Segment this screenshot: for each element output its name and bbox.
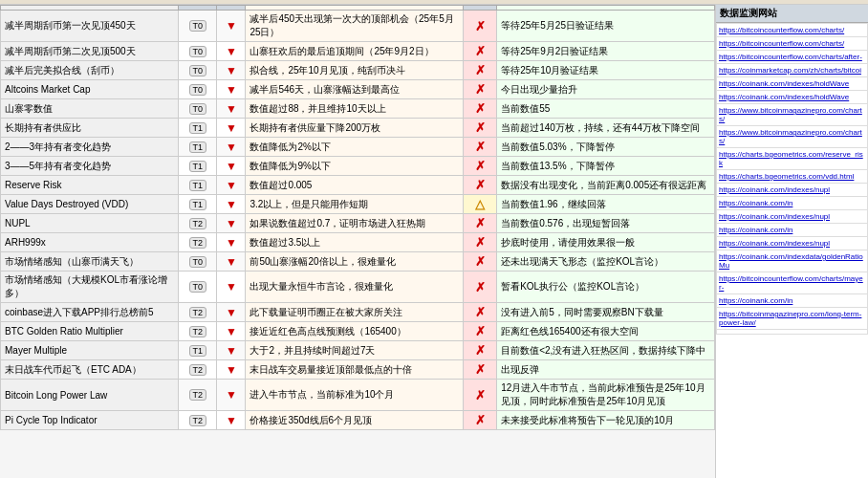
links-column[interactable]: 数据监测网站 https://bitcoincounterflow.com/ch…: [715, 5, 868, 478]
link-cell[interactable]: https://coinank.com/in: [717, 224, 868, 237]
link-row[interactable]: https://bitcoincounterflow.com/charts/: [717, 37, 868, 51]
link-cell[interactable]: https://www.bitcoinmagazinepro.com/chart…: [717, 126, 868, 148]
cell-tier[interactable]: T2: [179, 303, 217, 322]
link-cell[interactable]: https://charts.bgeometrics.com/reserve_r…: [717, 148, 868, 170]
table-row: 末日战车代币起飞（ETC ADA）T2▼末日战车交易量接近顶部最低点的十倍✗出现…: [1, 360, 715, 380]
cell-trend[interactable]: ▼: [217, 303, 246, 322]
cell-tier[interactable]: T2: [179, 380, 217, 411]
cell-trend[interactable]: ▼: [217, 119, 246, 138]
cell-standard: 进入牛市节点，当前标准为10个月: [246, 380, 464, 411]
cell-tier[interactable]: T0: [179, 252, 217, 272]
cell-trend[interactable]: ▼: [217, 272, 246, 303]
cell-trend[interactable]: ▼: [217, 214, 246, 233]
link-row[interactable]: https://coinank.com/indexes/nupl: [717, 237, 868, 250]
link-cell[interactable]: https://coinank.com/indexes/holdWave: [717, 91, 868, 104]
link-cell[interactable]: https://coinank.com/in: [717, 197, 868, 210]
cell-tier[interactable]: T2: [179, 233, 217, 252]
cell-current: 暂看KOL执行公（监控KOL言论）: [497, 272, 715, 303]
cell-tier[interactable]: T0: [179, 99, 217, 119]
cell-trend[interactable]: ▼: [217, 176, 246, 195]
cell-tier[interactable]: T1: [179, 176, 217, 195]
cell-tier[interactable]: T0: [179, 272, 217, 303]
cell-trend[interactable]: ▼: [217, 195, 246, 214]
link-row[interactable]: https://bitcoincounterflow.com/charts/ma…: [717, 272, 868, 294]
cell-trend[interactable]: ▼: [217, 42, 246, 61]
cell-trend[interactable]: ▼: [217, 157, 246, 176]
link-row[interactable]: https://bitcoincounterflow.com/charts/af…: [717, 51, 868, 64]
link-cell[interactable]: https://coinank.com/indexes/holdWave: [717, 77, 868, 91]
link-row[interactable]: https://coinank.com/indexes/holdWave: [717, 77, 868, 91]
cell-trend[interactable]: ▼: [217, 138, 246, 157]
link-cell[interactable]: https://coinank.com/indexes/nupl: [717, 237, 868, 250]
link-cell[interactable]: https://www.bitcoinmagazinepro.com/chart…: [717, 104, 868, 126]
main-table-container[interactable]: 减半周期刮币第一次见顶450天T0▼减半后450天出现第一次大的顶部机会（25年…: [0, 5, 715, 478]
col-header-indicator: [1, 6, 179, 11]
link-cell[interactable]: https://bitcoincounterflow.com/charts/: [717, 24, 868, 37]
cell-tier[interactable]: T1: [179, 195, 217, 214]
cell-trend[interactable]: ▼: [217, 252, 246, 272]
cell-indicator: NUPL: [1, 214, 179, 233]
cell-tier[interactable]: T2: [179, 322, 217, 341]
cell-tier[interactable]: T1: [179, 119, 217, 138]
link-cell[interactable]: https://coinmarketcap.com/zh/charts/bitc…: [717, 64, 868, 77]
link-cell[interactable]: https://bitcoincounterflow.com/charts/: [717, 37, 868, 51]
cell-flag: ✗: [464, 61, 497, 80]
link-cell[interactable]: https://coinank.com/indexes/nupl: [717, 210, 868, 224]
cell-trend[interactable]: ▼: [217, 322, 246, 341]
cell-trend[interactable]: ▼: [217, 80, 246, 99]
cell-trend[interactable]: ▼: [217, 380, 246, 411]
cell-current: 当前超过140万枚，持续，还有44万枚下降空间: [497, 119, 715, 138]
table-row: 减半周期刮币第一次见顶450天T0▼减半后450天出现第一次大的顶部机会（25年…: [1, 11, 715, 42]
link-row[interactable]: https://coinank.com/indexes/nupl: [717, 210, 868, 224]
link-row[interactable]: [717, 330, 868, 335]
table-row: 山寨零数值T0▼数值超过88，并且维持10天以上✗当前数值55: [1, 99, 715, 119]
link-row[interactable]: https://coinank.com/in: [717, 294, 868, 308]
link-row[interactable]: https://coinmarketcap.com/zh/charts/bitc…: [717, 64, 868, 77]
cell-tier[interactable]: T1: [179, 157, 217, 176]
link-cell[interactable]: https://bitcoincounterflow.com/charts/af…: [717, 51, 868, 64]
link-cell[interactable]: https://charts.bgeometrics.com/vdd.html: [717, 170, 868, 184]
cell-tier[interactable]: T1: [179, 341, 217, 360]
cell-tier[interactable]: T0: [179, 42, 217, 61]
link-cell[interactable]: [717, 330, 868, 335]
cell-flag: △: [464, 195, 497, 214]
cell-flag: ✗: [464, 341, 497, 360]
cell-trend[interactable]: ▼: [217, 233, 246, 252]
cell-trend[interactable]: ▼: [217, 411, 246, 430]
cell-flag: ✗: [464, 380, 497, 411]
link-row[interactable]: https://coinank.com/in: [717, 197, 868, 210]
cell-tier[interactable]: T0: [179, 61, 217, 80]
link-row[interactable]: https://coinank.com/indexes/holdWave: [717, 91, 868, 104]
link-row[interactable]: https://bitcoincounterflow.com/charts/: [717, 24, 868, 37]
link-row[interactable]: https://coinank.com/indexdata/goldenRati…: [717, 250, 868, 272]
link-row[interactable]: https://www.bitcoinmagazinepro.com/chart…: [717, 126, 868, 148]
link-cell[interactable]: https://coinank.com/indexdata/goldenRati…: [717, 250, 868, 272]
cell-standard: 拟合线，25年10月见顶，纯刮币决斗: [246, 61, 464, 80]
link-cell[interactable]: https://bitcoinmagazinepro.com/long-term…: [717, 308, 868, 330]
link-row[interactable]: https://coinank.com/in: [717, 224, 868, 237]
cell-flag: ✗: [464, 214, 497, 233]
cell-indicator: ARH999x: [1, 233, 179, 252]
cell-tier[interactable]: T0: [179, 80, 217, 99]
link-cell[interactable]: https://coinank.com/in: [717, 294, 868, 308]
cell-tier[interactable]: T2: [179, 411, 217, 430]
cell-tier[interactable]: T1: [179, 138, 217, 157]
cell-tier[interactable]: T0: [179, 11, 217, 42]
link-row[interactable]: https://charts.bgeometrics.com/reserve_r…: [717, 148, 868, 170]
cell-tier[interactable]: T2: [179, 214, 217, 233]
cell-standard: 数值降低为2%以下: [246, 138, 464, 157]
link-row[interactable]: https://www.bitcoinmagazinepro.com/chart…: [717, 104, 868, 126]
link-row[interactable]: https://bitcoinmagazinepro.com/long-term…: [717, 308, 868, 330]
cell-trend[interactable]: ▼: [217, 61, 246, 80]
table-row: coinbase进入下载APP排行总榜前5T2▼此下载量证明币圈正在被大家所关注…: [1, 303, 715, 322]
link-row[interactable]: https://charts.bgeometrics.com/vdd.html: [717, 170, 868, 184]
cell-indicator: 市场情绪感知（山寨币满天飞）: [1, 252, 179, 272]
cell-trend[interactable]: ▼: [217, 360, 246, 380]
cell-trend[interactable]: ▼: [217, 99, 246, 119]
link-cell[interactable]: https://bitcoincounterflow.com/charts/ma…: [717, 272, 868, 294]
cell-tier[interactable]: T2: [179, 360, 217, 380]
link-cell[interactable]: https://coinank.com/indexes/nupl: [717, 184, 868, 197]
cell-trend[interactable]: ▼: [217, 11, 246, 42]
link-row[interactable]: https://coinank.com/indexes/nupl: [717, 184, 868, 197]
cell-trend[interactable]: ▼: [217, 341, 246, 360]
